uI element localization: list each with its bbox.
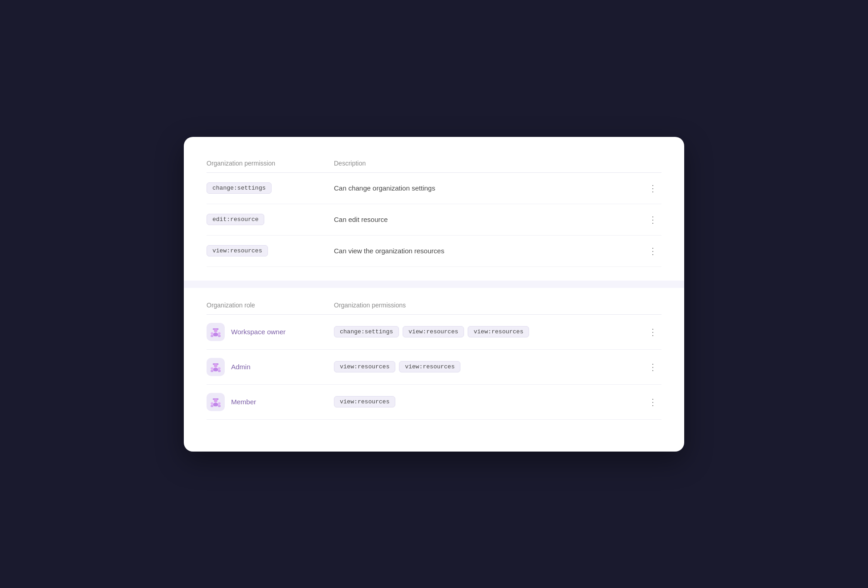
member-more-button[interactable] — [645, 395, 661, 409]
workspace-owner-icon — [207, 323, 225, 341]
admin-badge-2: view:resources — [399, 361, 460, 372]
svg-point-18 — [211, 405, 213, 407]
main-card: Organization permission Description chan… — [184, 137, 684, 452]
admin-more-button[interactable] — [645, 360, 661, 374]
role-row-workspace-owner: Workspace owner change:settings view:res… — [207, 315, 661, 350]
permission-row-2: edit:resource Can edit resource — [207, 204, 661, 236]
role-row-member: Member view:resources — [207, 385, 661, 420]
role-col-header: Organization role — [207, 302, 334, 309]
org-permissions-col-header: Organization permissions — [334, 302, 661, 309]
svg-point-11 — [211, 370, 213, 372]
admin-icon — [207, 358, 225, 376]
member-name: Member — [231, 398, 256, 406]
member-avatar-icon — [208, 395, 223, 409]
workspace-owner-avatar-icon — [208, 325, 223, 339]
svg-point-20 — [218, 405, 221, 407]
roles-section: Organization role Organization permissio… — [207, 297, 661, 420]
svg-point-1 — [214, 328, 217, 332]
admin-name: Admin — [231, 363, 251, 371]
permission-row-1-more-button[interactable] — [645, 181, 661, 196]
permission-badge-3: view:resources — [207, 245, 334, 256]
svg-point-15 — [214, 398, 217, 402]
svg-point-4 — [211, 335, 213, 337]
permission-badge-2: edit:resource — [207, 214, 334, 225]
workspace-owner-badge-1: change:settings — [334, 326, 399, 337]
workspace-owner-more-button[interactable] — [645, 325, 661, 339]
role-name-cell-admin: Admin — [207, 358, 334, 376]
admin-badge-1: view:resources — [334, 361, 395, 372]
svg-point-9 — [213, 367, 218, 371]
permission-col-header: Organization permission — [207, 160, 334, 167]
svg-point-17 — [211, 402, 213, 405]
permissions-table-header: Organization permission Description — [207, 155, 661, 173]
permission-desc-1: Can change organization settings — [334, 184, 645, 192]
svg-point-5 — [218, 332, 221, 335]
member-badges: view:resources — [334, 396, 645, 407]
permission-row-2-more-button[interactable] — [645, 212, 661, 227]
role-name-cell-workspace-owner: Workspace owner — [207, 323, 334, 341]
workspace-owner-name: Workspace owner — [231, 328, 286, 336]
workspace-owner-badge-3: view:resources — [468, 326, 529, 337]
description-col-header: Description — [334, 160, 661, 167]
workspace-owner-badge-2: view:resources — [403, 326, 464, 337]
permission-row-1: change:settings Can change organization … — [207, 173, 661, 204]
role-name-cell-member: Member — [207, 393, 334, 411]
admin-badges: view:resources view:resources — [334, 361, 645, 372]
roles-table-header: Organization role Organization permissio… — [207, 297, 661, 315]
svg-point-13 — [218, 370, 221, 372]
svg-point-6 — [218, 335, 221, 337]
section-divider — [184, 281, 684, 288]
svg-point-16 — [213, 402, 218, 406]
permission-desc-2: Can edit resource — [334, 216, 645, 223]
svg-point-10 — [211, 367, 213, 370]
permission-row-3-more-button[interactable] — [645, 244, 661, 258]
svg-point-2 — [213, 332, 218, 336]
role-row-admin: Admin view:resources view:resources — [207, 350, 661, 385]
permission-row-3: view:resources Can view the organization… — [207, 236, 661, 267]
svg-point-3 — [211, 332, 213, 335]
svg-point-19 — [218, 402, 221, 405]
member-badge-1: view:resources — [334, 396, 395, 407]
permission-badge-1: change:settings — [207, 182, 334, 194]
svg-point-8 — [214, 363, 217, 367]
permissions-section: Organization permission Description chan… — [207, 155, 661, 267]
workspace-owner-badges: change:settings view:resources view:reso… — [334, 326, 645, 337]
admin-avatar-icon — [208, 360, 223, 374]
member-icon — [207, 393, 225, 411]
svg-point-12 — [218, 367, 221, 370]
permission-desc-3: Can view the organization resources — [334, 247, 645, 255]
